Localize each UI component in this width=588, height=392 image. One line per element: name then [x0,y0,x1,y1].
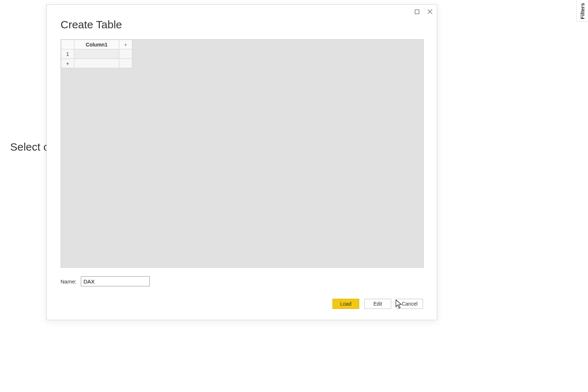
column-header[interactable]: Column1 [74,40,119,49]
dialog-title: Create Table [61,19,122,31]
grid-corner-cell[interactable] [61,40,74,49]
edit-button[interactable]: Edit [364,299,391,309]
grid-filler-cell [119,49,132,59]
close-icon [427,9,432,14]
name-label: Name: [61,278,76,285]
close-button[interactable] [427,8,433,15]
data-entry-grid[interactable]: Column1 + 1 + [61,40,132,68]
dialog-window-controls [414,8,433,15]
create-table-dialog: Create Table Column1 + 1 + Name: Load [46,4,437,320]
dialog-button-row: Load Edit Cancel [332,299,423,309]
filters-collapsed-panel[interactable]: Filters [576,0,588,22]
grid-filler-cell [74,59,119,68]
table-name-row: Name: [61,276,150,286]
table-grid-area[interactable]: Column1 + 1 + [61,39,424,268]
add-row-button[interactable]: + [61,59,74,68]
add-column-button[interactable]: + [119,40,132,49]
table-name-input[interactable] [81,276,150,286]
row-index[interactable]: 1 [61,49,74,59]
filters-panel-label: Filters [579,3,585,19]
load-button[interactable]: Load [332,299,359,309]
maximize-icon [415,9,419,14]
svg-rect-0 [415,10,419,14]
grid-cell[interactable] [74,49,119,59]
maximize-button[interactable] [414,8,420,15]
grid-filler-cell [119,59,132,68]
background-partial-text: Select o [10,141,49,153]
cancel-button[interactable]: Cancel [396,299,423,309]
